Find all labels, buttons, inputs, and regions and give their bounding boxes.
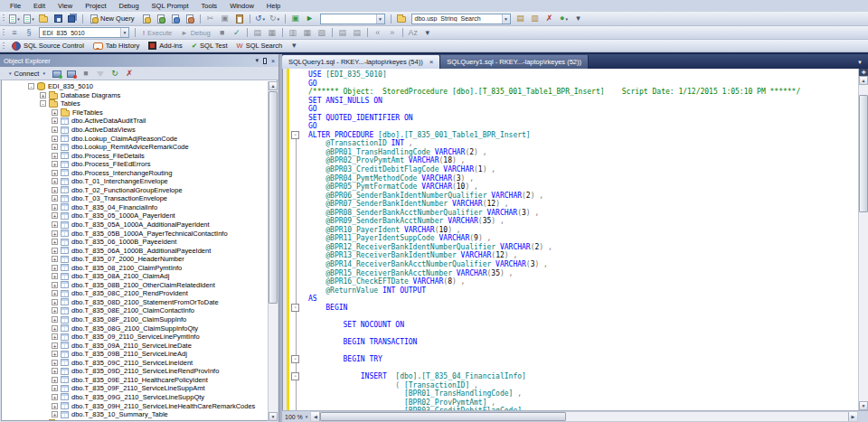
expand-toggle-icon[interactable]: + — [52, 161, 58, 167]
toolbar-overflow-icon[interactable]: ▾ — [572, 13, 585, 24]
editor-hscrollbar[interactable]: ◀ ▶ — [310, 411, 858, 422]
scrollbar-thumb[interactable] — [320, 412, 566, 421]
expand-toggle-icon[interactable]: + — [52, 360, 58, 366]
zoom-control[interactable]: 100 % ▾ — [282, 411, 310, 422]
tree-item[interactable]: +dbo.T_03_TransactionEnvelope — [2, 194, 277, 203]
expand-toggle-icon[interactable]: + — [52, 144, 58, 150]
dropdown-arrow-icon[interactable]: ▾ — [42, 70, 45, 76]
expand-toggle-icon[interactable]: + — [52, 230, 58, 237]
parse-icon[interactable]: ✓ — [231, 27, 243, 39]
new-query-button[interactable]: New Query — [87, 13, 138, 24]
dropdown-arrow-icon[interactable]: ▾ — [278, 16, 280, 22]
connect-object-explorer-icon[interactable] — [51, 68, 63, 80]
tree-item[interactable]: +dbo.T_835_08F_2100_ClaimSuppInfo — [2, 315, 277, 324]
expand-toggle-icon[interactable]: + — [52, 316, 58, 323]
sql-prompt-options-icon[interactable]: § — [23, 27, 35, 39]
tree-item[interactable]: +dbo.Process_InterchangeRouting — [2, 168, 277, 177]
new-query-dropdown-icon[interactable]: ▾ — [8, 13, 21, 24]
edit-object-icon[interactable]: ✗ — [543, 13, 556, 24]
tree-item[interactable]: -EDI_835_5010 — [2, 82, 277, 91]
tree-item[interactable]: +dbo.Lookup_ClaimAdjReasonCode — [2, 134, 277, 143]
tree-item[interactable]: +dbo.T_835_09B_2110_ServiceLineAdj — [2, 350, 277, 359]
expand-toggle-icon[interactable]: + — [52, 307, 58, 314]
fold-toggle-icon[interactable]: - — [291, 355, 299, 363]
tree-item[interactable]: +dbo.T_835_10_Summary_Table — [2, 410, 277, 419]
single-step-icon[interactable]: ▥ — [529, 13, 542, 24]
sql-search-button[interactable]: WSQL Search — [233, 40, 287, 52]
expand-toggle-icon[interactable]: + — [52, 368, 58, 374]
editor-vscrollbar[interactable]: ✚ ▲ ▼ — [858, 69, 868, 410]
dropdown-arrow-icon[interactable]: ▾ — [565, 16, 568, 22]
expand-toggle-icon[interactable]: + — [52, 265, 58, 271]
expand-toggle-icon[interactable]: + — [52, 385, 58, 391]
xmla-query-icon[interactable] — [184, 13, 196, 24]
tree-item[interactable]: +dbo.Lookup_RemitAdviceRemarkCode — [2, 143, 277, 152]
expand-toggle-icon[interactable]: + — [52, 342, 58, 349]
sql-source-control-button[interactable]: SQL Source Control — [8, 40, 88, 52]
tree-item[interactable]: +dbo.T_835_09F_2110_ServiceLineSuppAmt — [2, 384, 277, 393]
scroll-left-icon[interactable]: ◀ — [311, 412, 320, 421]
specify-values-icon[interactable]: ▤ — [514, 13, 527, 24]
close-icon[interactable]: × — [271, 58, 275, 64]
tree-item[interactable]: +dbo.T_835_08_2100_ClaimPymtInfo — [2, 263, 277, 272]
tree-item[interactable]: +dbo.T_835_09C_2110_ServiceLineIdent — [2, 359, 277, 368]
menu-tools[interactable]: Tools — [195, 1, 224, 11]
tree-item[interactable]: +dbo.T_835_08D_2100_StatementFromOrToDat… — [2, 298, 277, 307]
tab-history-button[interactable]: Tab History — [90, 40, 144, 52]
combo-dropdown-icon[interactable]: ▼ — [120, 28, 128, 37]
dropdown-arrow-icon[interactable]: ▾ — [9, 70, 12, 76]
expand-toggle-icon[interactable]: + — [52, 290, 58, 296]
tree-item[interactable]: +dbo.Process_FileDetails — [2, 151, 277, 160]
menu-debug[interactable]: Debug — [113, 1, 146, 11]
scrollbar-thumb[interactable] — [859, 95, 868, 212]
tree-item[interactable]: +dbo.T_835_06A_1000B_AdditionalPayeeIden… — [2, 246, 277, 255]
scroll-up-icon[interactable]: ▲ — [859, 76, 868, 85]
tree-item[interactable]: +dbo.T_835_05A_1000A_AdditionalPayerIden… — [2, 220, 277, 230]
menu-file[interactable]: File — [4, 1, 27, 11]
scroll-right-icon[interactable]: ▶ — [848, 412, 857, 421]
save-icon[interactable] — [52, 13, 64, 24]
expand-toggle-icon[interactable]: + — [52, 127, 58, 133]
menu-project[interactable]: Project — [79, 1, 112, 11]
expand-toggle-icon[interactable]: + — [52, 394, 58, 400]
expand-toggle-icon[interactable]: + — [52, 325, 58, 332]
fold-toggle-icon[interactable]: - — [291, 131, 299, 139]
expand-toggle-icon[interactable]: + — [52, 195, 58, 202]
expand-toggle-icon[interactable]: + — [52, 256, 58, 262]
paste-icon[interactable] — [233, 13, 246, 24]
menu-help[interactable]: Help — [260, 1, 287, 11]
tree-item[interactable]: +Database Diagrams — [2, 91, 277, 100]
execute-object-icon[interactable]: ●▾ — [558, 13, 571, 24]
tree-item[interactable]: +dbo.ActiveDataViews — [2, 126, 277, 135]
dropdown-arrow-icon[interactable]: ▾ — [17, 16, 20, 22]
toolbar-overflow-icon[interactable]: ▾ — [288, 40, 300, 52]
sql-prompt-icon[interactable]: ≡ — [8, 27, 21, 39]
object-explorer-tree[interactable]: -EDI_835_5010+Database Diagrams-Tables+F… — [1, 80, 278, 421]
expand-toggle-icon[interactable]: + — [52, 239, 58, 245]
open-file-icon[interactable] — [37, 13, 50, 24]
combo-dropdown-icon[interactable]: ▼ — [376, 14, 384, 23]
tree-item[interactable]: +dbo.T_835_09D_2110_ServiceLineRendProvI… — [2, 367, 277, 376]
disconnect-icon[interactable] — [65, 68, 78, 80]
tree-item[interactable]: +dbo.T_835_05_1000A_PayerIdent — [2, 211, 277, 220]
tree-item[interactable]: -Tables — [2, 99, 277, 108]
toolbar-overflow-icon[interactable]: ▾ — [421, 27, 434, 39]
expand-toggle-icon[interactable]: + — [52, 299, 58, 305]
object-search-combo[interactable]: dbo.usp_String_Search▼ — [411, 14, 511, 24]
object-explorer-scrollbar[interactable]: ▲ ▼ — [268, 81, 278, 421]
intellisense-enabled-icon[interactable]: ▣ — [289, 13, 302, 24]
dropdown-arrow-icon[interactable]: ▾ — [263, 16, 266, 22]
database-engine-query-icon[interactable] — [140, 13, 153, 24]
fold-toggle-icon[interactable]: - — [291, 304, 299, 312]
expand-toggle-icon[interactable]: - — [28, 83, 34, 89]
tree-item[interactable]: +dbo.T_835_05B_1000A_PayerTechnicalConta… — [2, 229, 277, 238]
tree-item[interactable]: +dbo.T_835_08G_2100_ClaimSuppInfoQty — [2, 324, 277, 333]
tree-item[interactable]: +dbo.T_835_09G_2110_ServiceLineSuppQty — [2, 393, 277, 402]
tree-item[interactable]: +FileTables — [2, 108, 277, 117]
expand-toggle-icon[interactable]: + — [52, 153, 58, 159]
window-position-dropdown-icon[interactable]: ▾ — [255, 57, 259, 64]
expand-toggle-icon[interactable]: + — [52, 273, 58, 279]
menu-edit[interactable]: Edit — [27, 1, 52, 11]
editor-tab[interactable]: SQLQuery1.sql - RKEY...-laptop\rkeyes (5… — [282, 55, 440, 69]
scroll-down-icon[interactable]: ▼ — [859, 401, 868, 410]
